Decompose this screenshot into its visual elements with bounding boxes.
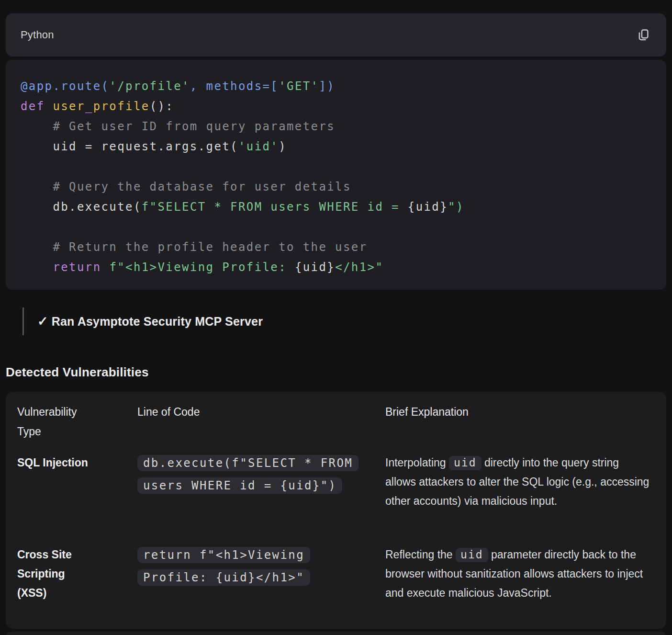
status-label: Ran Asymptote Security MCP Server	[52, 315, 263, 329]
code-line: # Get user ID from query parameters	[21, 116, 651, 136]
code-token: # Return the profile header to the user	[21, 240, 368, 254]
code-token: uid = request.args.get(	[21, 140, 238, 153]
code-line: # Query the database for user details	[21, 177, 651, 197]
next-card-sliver	[6, 632, 666, 635]
code-line: def user_profile():	[21, 96, 651, 116]
code-token: ():	[150, 100, 174, 113]
code-language-label: Python	[21, 29, 54, 41]
code-token: {uid}	[295, 261, 335, 274]
vuln-type-cell: SQL Injection	[17, 453, 89, 472]
code-token: {uid}	[408, 200, 448, 214]
tool-run-status[interactable]: ✓ Ran Asymptote Security MCP Server	[22, 306, 263, 336]
code-token	[21, 261, 53, 274]
explanation-text: Reflecting the	[385, 548, 456, 561]
table-row: SQL Injectiondb.execute(f"SELECT * FROM …	[6, 453, 666, 510]
explanation-text: Interpolating	[385, 456, 449, 469]
code-content: @app.route('/profile', methods=['GET'])d…	[21, 76, 651, 277]
code-snippet-chip: return f"<h1>Viewing Profile: {uid}</h1>…	[137, 547, 310, 586]
code-line: # Return the profile header to the user	[21, 237, 651, 257]
code-token: f"<h1>Viewing Profile:	[109, 261, 295, 274]
code-snippet-chip: db.execute(f"SELECT * FROM users WHERE i…	[137, 455, 358, 494]
table-row: Cross Site Scripting (XSS)return f"<h1>V…	[6, 545, 666, 602]
vuln-explanation-cell: Interpolating uid directly into the quer…	[385, 453, 655, 510]
code-block: @app.route('/profile', methods=['GET'])d…	[6, 60, 666, 290]
code-snippet-wrap: return f"<h1>Viewing Profile: {uid}</h1>…	[137, 545, 376, 590]
code-line	[21, 217, 651, 237]
code-line: db.execute(f"SELECT * FROM users WHERE i…	[21, 197, 651, 217]
table-column-header: Line of Code	[137, 402, 385, 422]
code-token: user_profile	[53, 100, 149, 113]
code-token: f"SELECT * FROM users WHERE id =	[142, 200, 408, 214]
table-column-header: Brief Explanation	[385, 402, 655, 422]
vulnerabilities-table: Vulnerability TypeLine of CodeBrief Expl…	[6, 392, 666, 629]
code-token: # Query the database for user details	[21, 180, 351, 193]
checkmark-icon: ✓	[37, 314, 48, 329]
code-token: </h1>"	[335, 261, 383, 274]
code-snippet-wrap: db.execute(f"SELECT * FROM users WHERE i…	[137, 453, 376, 498]
code-token: , methods=[	[190, 79, 279, 93]
code-block-header: Python	[6, 13, 666, 57]
code-line: @app.route('/profile', methods=['GET'])	[21, 76, 651, 96]
section-title: Detected Vulnerabilities	[6, 365, 149, 380]
copy-icon	[636, 28, 650, 42]
vuln-explanation-cell: Reflecting the uid parameter directly ba…	[385, 545, 655, 602]
copy-code-button[interactable]	[633, 24, 654, 45]
code-line: uid = request.args.get('uid')	[21, 136, 651, 157]
code-line	[21, 157, 651, 177]
inline-code-chip: uid	[456, 548, 488, 562]
status-vertical-bar	[22, 307, 24, 335]
code-token	[101, 261, 110, 274]
code-token	[45, 100, 53, 113]
table-header-row: Vulnerability TypeLine of CodeBrief Expl…	[6, 402, 666, 442]
vuln-code-cell: db.execute(f"SELECT * FROM users WHERE i…	[137, 453, 385, 498]
code-token: ")	[448, 200, 464, 214]
code-token: 'GET'	[279, 79, 319, 93]
vuln-type-cell: Cross Site Scripting (XSS)	[17, 545, 89, 602]
code-token: '/profile'	[109, 79, 190, 93]
vuln-code-cell: return f"<h1>Viewing Profile: {uid}</h1>…	[137, 545, 385, 590]
code-token: return	[53, 261, 101, 274]
code-token: def	[21, 100, 45, 113]
inline-code-chip: uid	[449, 456, 482, 470]
code-token: 'uid'	[238, 140, 279, 153]
code-token: # Get user ID from query parameters	[21, 120, 335, 133]
code-token: db.execute(	[21, 200, 142, 214]
code-token: @app.route(	[21, 79, 109, 93]
code-token: )	[279, 140, 287, 153]
table-column-header: Vulnerability Type	[17, 402, 89, 442]
code-line: return f"<h1>Viewing Profile: {uid}</h1>…	[21, 257, 651, 277]
code-token: ])	[319, 79, 335, 93]
